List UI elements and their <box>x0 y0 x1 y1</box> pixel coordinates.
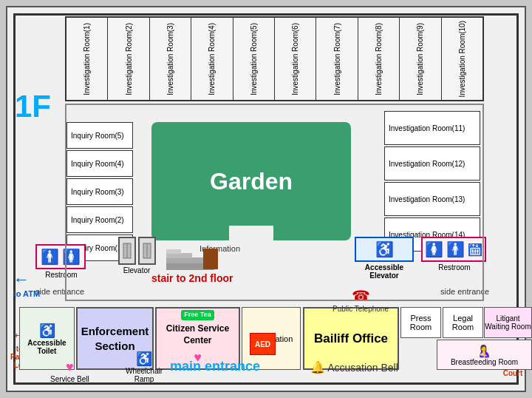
side-entrance-left: side entrance <box>35 287 84 296</box>
corridor-line-bottom <box>65 300 484 301</box>
press-room: Press Room <box>400 307 441 338</box>
stair-label: stair to 2nd floor <box>151 272 233 284</box>
garden: Garden <box>151 122 351 240</box>
restroom-right: 🚺 🚹 🛗 Restroom <box>421 237 488 271</box>
inv-room-8: Investigation Room(8) <box>358 18 400 100</box>
inquiry-room-2: Inquiry Room(2) <box>66 206 133 233</box>
heart-service-icon: ♥ <box>50 360 89 375</box>
inv-room-3: Investigation Room(3) <box>150 18 191 100</box>
furniture <box>203 249 218 269</box>
wall-left <box>65 104 66 300</box>
garden-label: Garden <box>210 168 293 195</box>
accessible-toilet-label: Accessible Toilet <box>20 339 74 355</box>
inv-room-13: Investigation Room(13) <box>384 182 480 216</box>
top-investigation-rooms: Investigation Room(1) Investigation Room… <box>65 16 484 101</box>
legal-room: Legal Room <box>443 307 483 338</box>
svg-rect-5 <box>166 253 192 258</box>
inv-room-7: Investigation Room(7) <box>316 18 358 100</box>
svg-rect-4 <box>166 257 203 263</box>
service-bell: ♥ Service Bell <box>50 360 89 383</box>
breastfeeding-icon: 🤱 <box>477 344 491 358</box>
right-investigation-rooms: Investigation Room(11) Investigation Roo… <box>384 111 480 253</box>
inv-room-6: Investigation Room(6) <box>275 18 316 100</box>
wheelchair-icon: ♿ <box>122 351 166 367</box>
wall-right <box>482 104 484 300</box>
inv-room-10: Investigation Room(10) <box>442 18 482 100</box>
inv-room-11: Investigation Room(11) <box>384 111 480 145</box>
svg-rect-6 <box>166 249 181 254</box>
inv-room-9: Investigation Room(9) <box>400 18 441 100</box>
accessible-elevator: ♿ Accessible Elevator <box>355 237 414 280</box>
restroom-left-label: Restroom <box>35 271 87 279</box>
aed-box: AED <box>250 333 276 355</box>
male-icon: 🚹 <box>446 240 465 258</box>
female-icon: 🚺 <box>425 240 443 258</box>
breastfeeding-room: 🤱 Breastfeeding Room <box>437 340 532 370</box>
person-male-icon: 🚹 <box>41 248 59 266</box>
inv-room-4: Investigation Room(4) <box>191 18 233 100</box>
accessible-elevator-label: Accessible Elevator <box>355 263 414 280</box>
bell-icon: 🔔 <box>310 361 325 374</box>
litigant-waiting-room: Litigant Waiting Room <box>484 307 532 338</box>
floor-label: 1F <box>15 89 51 124</box>
inv-room-2: Investigation Room(2) <box>108 18 149 100</box>
aed-label: AED <box>255 340 270 348</box>
inv-room-1: Investigation Room(1) <box>66 18 108 100</box>
inv-room-5: Investigation Room(5) <box>233 18 275 100</box>
restroom-right-label: Restroom <box>421 263 488 271</box>
corridor-line-top <box>65 104 484 105</box>
elevator-area: Elevator <box>111 237 163 274</box>
citizen-service-label: Citizen Service Center <box>157 323 239 346</box>
elevator-icon-sm: 🛗 <box>468 243 482 257</box>
accusation-bell: 🔔 Accusation Bell <box>310 360 398 374</box>
breastfeeding-label: Breastfeeding Room <box>451 358 518 366</box>
inquiry-room-5: Inquiry Room(5) <box>66 122 133 149</box>
inquiry-room-4: Inquiry Room(4) <box>66 150 133 177</box>
wheelchair-ramp: ♿ Wheelchair Ramp <box>122 351 166 383</box>
restroom-left: 🚹 🚺 Restroom <box>35 244 87 279</box>
main-entrance: main entrance <box>170 359 260 374</box>
inv-room-12: Investigation Room(12) <box>384 146 480 181</box>
free-tea-badge: Free Tea <box>181 310 214 320</box>
telephone-icon: ☎ <box>332 287 389 305</box>
inquiry-room-3: Inquiry Room(3) <box>66 178 133 205</box>
